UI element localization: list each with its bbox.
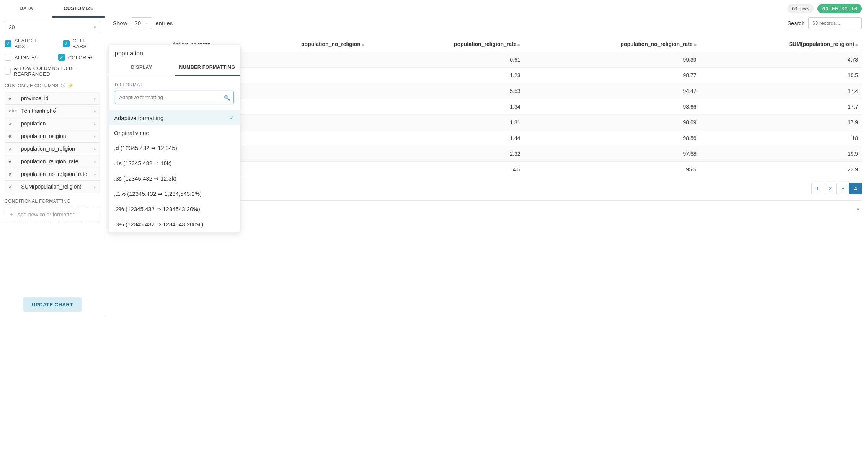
table-cell: 19.9 [700, 146, 862, 162]
table-cell: 99.39 [524, 52, 700, 68]
format-option[interactable]: .2% (12345.432 ⇒ 1234543.20%) [109, 202, 240, 217]
table-cell: 17.7 [700, 99, 862, 115]
format-option[interactable]: Adaptive formatting✓ [109, 110, 240, 125]
table-cell [219, 68, 368, 83]
format-option[interactable]: .3% (12345.432 ⇒ 1234543.200%) [109, 217, 240, 232]
entries-select[interactable]: 20 ⌄ [131, 17, 153, 29]
chevron-down-icon[interactable]: ⌄ [856, 205, 860, 211]
column-item[interactable]: # population_no_religion ▸ [5, 143, 100, 155]
tab-data[interactable]: DATA [0, 0, 52, 18]
format-option[interactable]: Original value [109, 125, 240, 140]
chevron-down-icon: ▾ [94, 25, 96, 30]
info-icon: ⓘ [61, 82, 65, 89]
add-color-formatter[interactable]: ＋ Add new color formatter [5, 207, 100, 222]
column-item[interactable]: # population_religion_rate ▸ [5, 155, 100, 168]
show-label: Show [113, 20, 127, 26]
chevron-down-icon: ⌄ [145, 21, 148, 26]
column-item[interactable]: # population_religion ▸ [5, 130, 100, 143]
plus-icon: ＋ [9, 211, 14, 218]
column-name: population_religion [21, 133, 90, 139]
format-option[interactable]: ,.1% (12345.432 ⇒ 1,234,543.2%) [109, 186, 240, 202]
tab-customize[interactable]: CUSTOMIZE [52, 0, 105, 18]
table-cell: 5.53 [368, 83, 524, 99]
column-type-icon: abc [9, 108, 17, 114]
page-size-select[interactable]: 20 ▾ [5, 21, 100, 33]
format-option[interactable]: .1s (12345.432 ⇒ 10k) [109, 156, 240, 171]
column-type-icon: # [9, 133, 17, 139]
column-config-popover: population DISPLAY NUMBER FORMATTING D3 … [108, 44, 240, 233]
label-color: COLOR +/- [68, 55, 94, 60]
format-option-label: .1s (12345.432 ⇒ 10k) [114, 160, 172, 167]
label-search-box: SEARCH BOX [15, 38, 47, 49]
chevron-right-icon: ▸ [94, 159, 96, 164]
checkbox-rearrange[interactable] [5, 68, 11, 75]
sort-icon: ◆ [362, 43, 364, 47]
search-input[interactable] [808, 17, 862, 29]
label-rearrange: ALLOW COLUMNS TO BE REARRANGED [14, 65, 100, 77]
update-chart-button[interactable]: UPDATE CHART [23, 297, 82, 312]
page-button[interactable]: 2 [824, 183, 837, 194]
format-option-label: .3% (12345.432 ⇒ 1234543.200%) [114, 221, 203, 228]
column-header[interactable]: SUM(population_religion)◆ [700, 36, 862, 52]
checkbox-align[interactable] [5, 54, 11, 61]
table-cell [219, 115, 368, 130]
table-cell: 4.78 [700, 52, 862, 68]
table-cell [219, 52, 368, 68]
main-panel: 63 rows 00:00:00.10 Show 20 ⌄ entries Se… [105, 0, 868, 317]
sort-icon: ◆ [855, 43, 858, 47]
search-label: Search [788, 20, 804, 26]
table-cell: 98.56 [524, 130, 700, 146]
column-name: Tên thành phố [21, 108, 90, 114]
popover-title: population [109, 45, 240, 60]
table-cell: 98.69 [524, 115, 700, 130]
table-cell: 1.31 [368, 115, 524, 130]
table-cell: 17.4 [700, 83, 862, 99]
page-button[interactable]: 1 [811, 183, 824, 194]
page-size-value: 20 [9, 24, 15, 30]
column-type-icon: # [9, 171, 17, 177]
popover-tab-display[interactable]: DISPLAY [109, 60, 175, 76]
format-option[interactable]: .3s (12345.432 ⇒ 12.3k) [109, 171, 240, 186]
conditional-formatting-label: CONDITIONAL FORMATTING [5, 198, 70, 204]
format-option-label: .3s (12345.432 ⇒ 12.3k) [114, 175, 176, 182]
popover-tab-number-formatting[interactable]: NUMBER FORMATTING [175, 60, 240, 76]
column-header[interactable]: population_no_religion◆ [219, 36, 368, 52]
sidebar: DATA CUSTOMIZE 20 ▾ ✓ SEARCH BOX ✓ CELL … [0, 0, 105, 317]
column-item[interactable]: # province_id ▸ [5, 92, 100, 105]
table-cell [219, 162, 368, 177]
entries-label: entries [155, 20, 173, 26]
column-type-icon: # [9, 159, 17, 164]
customize-columns-label: CUSTOMIZE COLUMNS [5, 83, 59, 88]
column-list: # province_id ▸abc Tên thành phố ▸# popu… [5, 92, 100, 193]
column-item[interactable]: # population ▸ [5, 117, 100, 130]
page-button[interactable]: 4 [849, 183, 862, 194]
column-header[interactable]: population_religion_rate◆ [368, 36, 524, 52]
sidebar-tabs: DATA CUSTOMIZE [0, 0, 105, 18]
label-align: ALIGN +/- [15, 55, 38, 60]
checkbox-search-box[interactable]: ✓ [5, 40, 11, 47]
page-button[interactable]: 3 [836, 183, 849, 194]
column-item[interactable]: abc Tên thành phố ▸ [5, 105, 100, 117]
d3-format-input[interactable] [115, 91, 234, 104]
column-item[interactable]: # population_no_religion_rate ▸ [5, 168, 100, 181]
table-cell: 1.23 [368, 68, 524, 83]
format-option[interactable]: ,d (12345.432 ⇒ 12,345) [109, 140, 240, 156]
format-option-label: Original value [114, 130, 149, 136]
table-cell: 95.5 [524, 162, 700, 177]
checkbox-color[interactable]: ✓ [58, 54, 65, 61]
column-type-icon: # [9, 184, 17, 189]
table-cell: 23.9 [700, 162, 862, 177]
entries-value: 20 [135, 20, 141, 26]
format-option-label: Adaptive formatting [114, 115, 163, 121]
column-name: province_id [21, 95, 90, 101]
column-item[interactable]: # SUM(population_religion) ▸ [5, 181, 100, 193]
checkbox-cell-bars[interactable]: ✓ [63, 40, 70, 47]
table-cell: 97.68 [524, 146, 700, 162]
column-name: population_religion_rate [21, 158, 90, 164]
column-header[interactable]: population_no_religion_rate◆ [524, 36, 700, 52]
table-cell: 1.34 [368, 99, 524, 115]
column-type-icon: # [9, 96, 17, 101]
column-name: population_no_religion [21, 146, 90, 152]
table-cell: 2.32 [368, 146, 524, 162]
label-cell-bars: CELL BARS [73, 38, 100, 49]
